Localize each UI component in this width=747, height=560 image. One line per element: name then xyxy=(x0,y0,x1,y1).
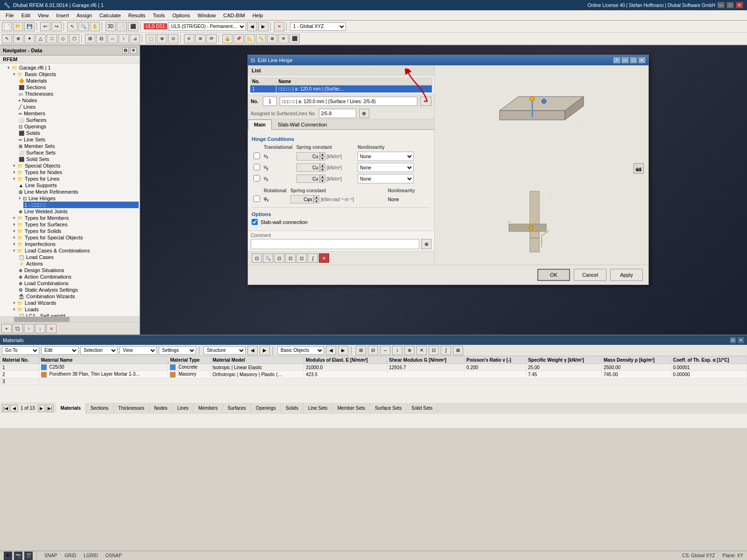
bp-btn1[interactable]: ⊞ xyxy=(356,346,366,355)
nav-add-btn[interactable]: + xyxy=(1,324,12,333)
cs-dropdown[interactable]: 1 - Global XYZ xyxy=(290,22,346,31)
nav-item-materials[interactable]: 🔶 Materials xyxy=(18,77,139,84)
bottom-tab-thicknesses[interactable]: Thicknesses xyxy=(113,403,149,414)
bp-btn2[interactable]: ⊟ xyxy=(368,346,378,355)
menu-help[interactable]: Help xyxy=(249,12,267,19)
tb-redo[interactable]: ↪ xyxy=(51,22,62,31)
nav-item-sections[interactable]: ⬛ Sections xyxy=(18,84,139,91)
tb-r18[interactable]: ⟳ xyxy=(206,34,217,43)
tb-new[interactable]: 📄 xyxy=(2,22,12,31)
view-select[interactable]: View xyxy=(120,346,157,355)
page-prev[interactable]: ◀ xyxy=(10,405,18,412)
tb-r9[interactable]: ⊟ xyxy=(96,34,106,43)
nav-item-loads[interactable]: ▾ 📁 Loads xyxy=(12,306,139,313)
comment-btn[interactable]: ⊕ xyxy=(421,239,431,249)
check-ux[interactable] xyxy=(254,153,260,159)
bp-btn3[interactable]: ↔ xyxy=(380,346,390,355)
tb-r22[interactable]: 📏 xyxy=(256,34,266,43)
bottom-tab-lines[interactable]: Lines xyxy=(173,403,194,414)
basic-next[interactable]: ▶ xyxy=(338,346,348,355)
tb-r15[interactable]: ⊙ xyxy=(168,34,178,43)
check-phi[interactable] xyxy=(254,196,260,202)
spring-uy-input[interactable] xyxy=(296,163,320,172)
menu-tools[interactable]: Tools xyxy=(149,12,169,19)
tb-save[interactable]: 💾 xyxy=(24,22,35,31)
menu-calculate[interactable]: Calculate xyxy=(96,12,125,19)
edit-name-btn[interactable]: ✏ xyxy=(420,97,431,106)
nav-item-imperfections[interactable]: ▾ 📁 Imperfections xyxy=(12,241,139,247)
nav-func-btn[interactable]: ∫ xyxy=(308,253,318,263)
tb-select[interactable]: ↖ xyxy=(67,22,78,31)
nav-item-typesmembers[interactable]: ▾ 📁 Types for Members xyxy=(12,215,139,221)
nonlin-uy[interactable]: None xyxy=(358,163,414,172)
nav-view-btn[interactable]: ⊡ xyxy=(285,253,296,263)
menu-results[interactable]: Results xyxy=(125,12,149,19)
tb-r14[interactable]: ⊕ xyxy=(157,34,167,43)
spin-btns-phi[interactable]: ▲ ▼ xyxy=(314,195,319,203)
nav-item-solidsets[interactable]: ⬛ Solid Sets xyxy=(18,156,139,162)
nonlin-uz[interactable]: None xyxy=(358,174,414,183)
bottom-tab-openings[interactable]: Openings xyxy=(251,403,281,414)
panel-float-btn[interactable]: ⊟ xyxy=(730,337,736,343)
tb-r4[interactable]: △ xyxy=(35,34,46,43)
tb-r19[interactable]: 🔒 xyxy=(222,34,233,43)
nav-item-loadcombos[interactable]: ⊕ Load Combinations xyxy=(18,280,139,287)
nav-item-combinationwiz[interactable]: 🧙 Combination Wizards xyxy=(18,293,139,300)
nav-item-hinge1[interactable]: 1 - □□□ □ xyxy=(23,202,139,208)
menu-cadbim[interactable]: CAD-BIM xyxy=(219,12,248,19)
spin-btns-ux[interactable]: ▲ ▼ xyxy=(320,152,325,161)
nav-item-loadcases2[interactable]: 📋 Load Cases xyxy=(18,254,139,260)
tb-r3[interactable]: ✦ xyxy=(24,34,35,43)
menu-file[interactable]: File xyxy=(2,12,18,19)
cancel-button[interactable]: Cancel xyxy=(574,269,606,281)
nav-item-basic[interactable]: ▾ 📁 Basic Objects xyxy=(12,71,139,77)
basic-obj-select[interactable]: Basic Objects xyxy=(277,346,324,355)
window-controls[interactable]: — □ ✕ xyxy=(717,2,743,8)
edit-select[interactable]: Edit xyxy=(41,346,78,355)
nav-filter-btn[interactable]: ⊡ xyxy=(274,253,284,263)
ok-button[interactable]: OK xyxy=(537,269,570,281)
spring-uz-input[interactable] xyxy=(296,175,320,183)
nav-item-typeslines[interactable]: ▾ 📁 Types for Lines xyxy=(12,175,139,182)
tb-r17[interactable]: ≋ xyxy=(195,34,205,43)
tb-r25[interactable]: ⬛ xyxy=(289,34,300,43)
nav-item-thicknesses[interactable]: ▭ Thicknesses xyxy=(18,91,139,97)
menu-insert[interactable]: Insert xyxy=(52,12,73,19)
dialog-min-btn[interactable]: — xyxy=(621,57,629,63)
tab-main[interactable]: Main xyxy=(248,119,272,130)
name-input[interactable] xyxy=(280,97,417,106)
spin-btns-uy[interactable]: ▲ ▼ xyxy=(320,163,325,172)
bottom-tab-solidsets[interactable]: Solid Sets xyxy=(407,403,437,414)
tb-run[interactable]: ✕ xyxy=(274,22,284,31)
structure-select[interactable]: Structure xyxy=(204,346,246,355)
nav-item-typesspecial[interactable]: ▾ 📁 Types for Special Objects xyxy=(12,234,139,241)
dialog-title-controls[interactable]: ? — □ ✕ xyxy=(613,57,646,63)
nav-up-btn[interactable]: ↑ xyxy=(24,324,34,333)
spin-up-phi[interactable]: ▲ xyxy=(314,195,319,199)
menu-window[interactable]: Window xyxy=(194,12,219,19)
bp-btn9[interactable]: ⊠ xyxy=(453,346,463,355)
check-uz[interactable] xyxy=(254,175,260,182)
comment-input[interactable] xyxy=(251,239,419,249)
nav-item-linewelded[interactable]: ⊕ Line Welded Joints xyxy=(18,208,139,215)
nav-item-lc1[interactable]: 📋 LC1 - Self-weight xyxy=(18,313,139,316)
camera-icon[interactable]: 📷 xyxy=(14,552,22,560)
struct-prev[interactable]: ◀ xyxy=(247,346,258,355)
nonlin-ux[interactable]: None xyxy=(358,152,414,161)
nav-float-btn[interactable]: ⊟ xyxy=(122,47,129,54)
ds-combo[interactable]: ULS (STR/GEO) - Permanent... xyxy=(168,22,246,31)
nav-item-actioncombos[interactable]: ⊕ Action Combinations xyxy=(18,273,139,280)
mat-row-2[interactable]: 2 Porotherm 38 Plan, Thin Layer Mortar 1… xyxy=(0,371,747,378)
tb-solid[interactable]: ⬛ xyxy=(128,22,138,31)
bottom-tab-membersets[interactable]: Member Sets xyxy=(333,403,370,414)
tb-next-ds[interactable]: ▶ xyxy=(258,22,268,31)
bp-btn7[interactable]: ⊡ xyxy=(429,346,439,355)
bottom-tab-nodes[interactable]: Nodes xyxy=(149,403,173,414)
tb-wire[interactable]: ⬜ xyxy=(117,22,127,31)
spin-up-ux[interactable]: ▲ xyxy=(320,152,325,156)
tb-r11[interactable]: ↕ xyxy=(119,34,129,43)
nav-item-linemesh[interactable]: ⊞ Line Mesh Refinements xyxy=(18,189,139,195)
basic-prev[interactable]: ◀ xyxy=(326,346,336,355)
tb-open[interactable]: 📂 xyxy=(13,22,23,31)
nav-item-nodes[interactable]: • Nodes xyxy=(18,97,139,104)
